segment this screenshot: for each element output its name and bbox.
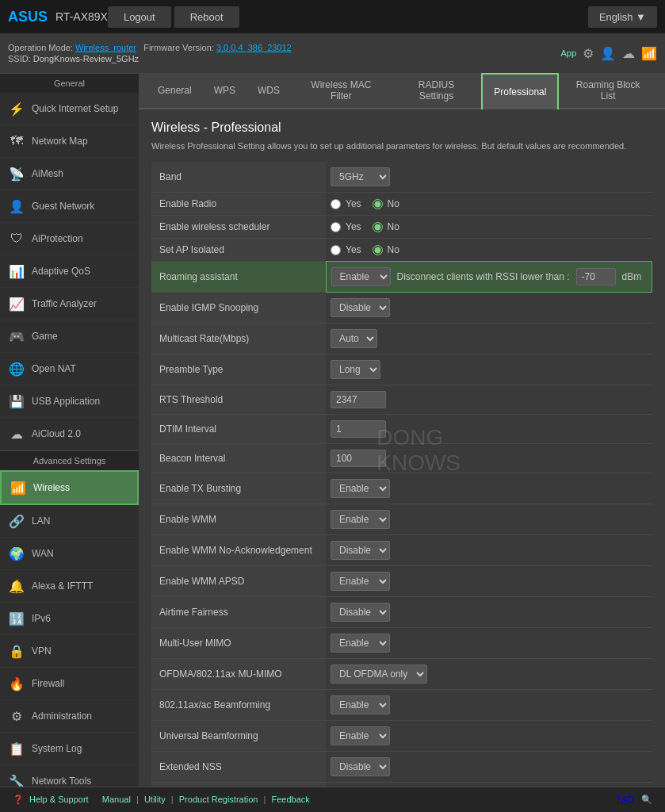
sidebar-item-label: Firewall — [32, 678, 64, 689]
roaming-assistant-control: Enable Disable Disconnect clients with R… — [326, 262, 652, 293]
utility-link[interactable]: Utility — [144, 795, 166, 804]
ofdma-control: DL OFDMA only UL OFDMA only DL/UL OFDMA … — [326, 659, 652, 690]
logout-button[interactable]: Logout — [108, 6, 171, 28]
operation-mode-link[interactable]: Wireless_router — [75, 43, 136, 52]
roaming-rssi-input[interactable] — [576, 268, 616, 285]
ap-isolated-yes-input[interactable] — [331, 245, 341, 255]
sidebar-item-label: Administration — [32, 710, 92, 722]
sidebar-item-label: AiCloud 2.0 — [32, 428, 81, 439]
beacon-control — [326, 444, 652, 473]
enable-radio-no-input[interactable] — [373, 199, 383, 209]
multicast-select[interactable]: Auto 1 2 5.5 6 9 11 12 18 24 — [331, 329, 377, 348]
sidebar-item-vpn[interactable]: 🔒 VPN — [0, 635, 139, 668]
sidebar-item-open-nat[interactable]: 🌐 Open NAT — [0, 353, 139, 385]
ap-isolated-row: Set AP Isolated Yes No — [151, 239, 652, 262]
sidebar-item-aiprotection[interactable]: 🛡 AiProtection — [0, 223, 139, 255]
quick-internet-icon: ⚡ — [8, 100, 25, 117]
sidebar-item-administration[interactable]: ⚙ Administration — [0, 700, 139, 733]
dtim-input[interactable] — [331, 420, 386, 438]
ap-isolated-yes[interactable]: Yes — [331, 244, 361, 255]
beacon-input[interactable] — [331, 450, 386, 467]
sidebar-item-system-log[interactable]: 📋 System Log — [0, 733, 139, 765]
sidebar-item-traffic-analyzer[interactable]: 📈 Traffic Analyzer — [0, 288, 139, 320]
beamforming-ac-row: 802.11ax/ac Beamforming Enable Disable — [151, 690, 652, 721]
ap-isolated-no-input[interactable] — [373, 245, 383, 255]
sidebar-item-aicloud[interactable]: ☁ AiCloud 2.0 — [0, 418, 139, 450]
sidebar-item-usb-application[interactable]: 💾 USB Application — [0, 385, 139, 418]
app-label: App — [560, 48, 576, 58]
lan-icon: 🔗 — [8, 512, 25, 530]
sidebar-item-network-map[interactable]: 🗺 Network Map — [0, 125, 139, 158]
tab-roaming[interactable]: Roaming Block List — [559, 73, 657, 108]
universal-beamforming-control: Enable Disable — [326, 721, 652, 752]
scheduler-yes[interactable]: Yes — [331, 221, 361, 232]
firmware-link[interactable]: 3.0.0.4_386_23012 — [216, 43, 292, 52]
sidebar-item-alexa[interactable]: 🔔 Alexa & IFTTT — [0, 570, 139, 603]
cloud-icon[interactable]: ☁ — [622, 46, 635, 61]
enable-radio-no[interactable]: No — [373, 198, 399, 209]
feedback-link[interactable]: Feedback — [271, 795, 309, 804]
wmm-noack-select[interactable]: Disable Enable — [331, 541, 390, 560]
band-select[interactable]: 2.4GHz 5GHz 6GHz — [331, 167, 390, 186]
roaming-unit: dBm — [622, 271, 642, 282]
ap-isolated-no[interactable]: No — [373, 244, 399, 255]
mu-mimo-select[interactable]: Enable Disable — [331, 634, 390, 653]
manual-link[interactable]: Manual — [102, 795, 131, 804]
dtim-control — [326, 415, 652, 444]
sidebar-item-firewall[interactable]: 🔥 Firewall — [0, 668, 139, 700]
tab-radius[interactable]: RADIUS Settings — [392, 73, 482, 108]
settings-icon[interactable]: ⚙ — [583, 46, 594, 61]
rts-input[interactable] — [331, 391, 386, 408]
roaming-enable-select[interactable]: Enable Disable — [331, 267, 391, 286]
sidebar-item-quick-internet[interactable]: ⚡ Quick Internet Setup — [0, 93, 139, 125]
scheduler-yes-input[interactable] — [331, 222, 341, 232]
preamble-row: Preamble Type Long Short — [151, 354, 652, 385]
language-selector[interactable]: English ▼ — [588, 6, 657, 28]
ofdma-select[interactable]: DL OFDMA only UL OFDMA only DL/UL OFDMA … — [331, 665, 427, 684]
enable-radio-yes[interactable]: Yes — [331, 198, 361, 209]
help-support-link[interactable]: Help & Support — [29, 795, 89, 804]
tab-wps[interactable]: WPS — [203, 73, 247, 108]
game-icon: 🎮 — [8, 327, 25, 345]
sidebar-item-network-tools[interactable]: 🔧 Network Tools — [0, 765, 139, 787]
product-registration-link[interactable]: Product Registration — [179, 795, 258, 804]
preamble-select[interactable]: Long Short — [331, 360, 380, 379]
wmm-apsd-select[interactable]: Enable Disable — [331, 572, 390, 591]
igmp-select[interactable]: Disable Enable — [331, 298, 390, 317]
router-info: Operation Mode: Wireless_router Firmware… — [8, 43, 292, 63]
wmm-select[interactable]: Enable Disable — [331, 510, 390, 529]
wireless-scheduler-row: Enable wireless scheduler Yes No — [151, 216, 652, 239]
sidebar-item-lan[interactable]: 🔗 LAN — [0, 505, 139, 538]
enable-radio-yes-input[interactable] — [331, 199, 341, 209]
sidebar-item-game[interactable]: 🎮 Game — [0, 320, 139, 353]
extended-nss-select[interactable]: Disable Enable — [331, 757, 390, 776]
scheduler-no[interactable]: No — [373, 221, 399, 232]
sidebar-item-ipv6[interactable]: 🔢 IPv6 — [0, 603, 139, 635]
mu-mimo-row: Multi-User MIMO Enable Disable — [151, 628, 652, 659]
sidebar-item-wan[interactable]: 🌍 WAN — [0, 538, 139, 570]
sidebar-item-guest-network[interactable]: 👤 Guest Network — [0, 190, 139, 223]
search-icon[interactable]: 🔍 — [641, 795, 652, 804]
tab-mac-filter[interactable]: Wireless MAC Filter — [291, 73, 392, 108]
user-icon[interactable]: 👤 — [600, 46, 616, 61]
administration-icon: ⚙ — [8, 707, 25, 725]
ap-isolated-control: Yes No — [326, 239, 652, 262]
sidebar-item-adaptive-qos[interactable]: 📊 Adaptive QoS — [0, 255, 139, 288]
reboot-button[interactable]: Reboot — [174, 6, 239, 28]
beamforming-ac-select[interactable]: Enable Disable — [331, 695, 390, 714]
faq-link[interactable]: FAQ — [617, 795, 634, 804]
sidebar-item-wireless[interactable]: 📶 Wireless — [0, 470, 139, 505]
airtime-select[interactable]: Disable Enable — [331, 603, 390, 622]
tab-wds[interactable]: WDS — [247, 73, 291, 108]
sidebar-item-aimesh[interactable]: 📡 AiMesh — [0, 158, 139, 190]
band-row: Band 2.4GHz 5GHz 6GHz — [151, 162, 652, 193]
preamble-label: Preamble Type — [151, 354, 326, 385]
scheduler-no-input[interactable] — [373, 222, 383, 232]
network-icon[interactable]: 📶 — [641, 46, 657, 61]
tx-bursting-select[interactable]: Enable Disable — [331, 479, 390, 498]
multicast-control: Auto 1 2 5.5 6 9 11 12 18 24 — [326, 324, 652, 354]
roaming-control-group: Enable Disable Disconnect clients with R… — [331, 267, 648, 286]
tab-general[interactable]: General — [147, 73, 203, 108]
universal-beamforming-select[interactable]: Enable Disable — [331, 726, 390, 745]
tab-professional[interactable]: Professional — [481, 73, 559, 109]
